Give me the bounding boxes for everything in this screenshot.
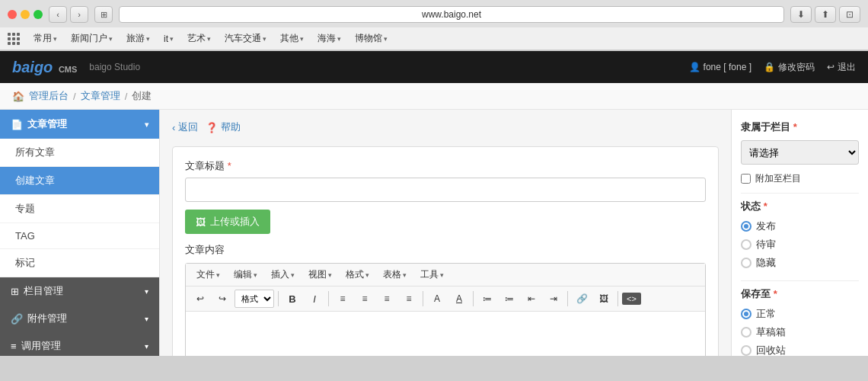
back-nav-button[interactable]: ‹ [49,6,67,23]
close-button[interactable] [8,10,17,19]
browser-toolbar: 常用 ▾ 新闻门户 ▾ 旅游 ▾ it ▾ 艺术 ▾ 汽车交通 ▾ 其他 ▾ 海… [0,27,868,50]
sidebar-article-management-header[interactable]: 📄 文章管理 ▾ [0,110,159,139]
editor-menu-table[interactable]: 表格 ▾ [377,267,413,283]
format-select[interactable]: 格式 [235,290,274,308]
nav-item-3[interactable]: it ▾ [158,32,180,46]
status-radio-group: 发布 待审 隐藏 [741,219,859,270]
image-insert-button[interactable]: 🖼 [594,290,614,308]
align-left-button[interactable]: ≡ [333,290,353,308]
italic-button[interactable]: I [305,290,324,308]
save-normal-row[interactable]: 正常 [741,307,859,321]
change-password-button[interactable]: 🔒 修改密码 [764,61,815,74]
download-button[interactable]: ⬇ [790,6,812,23]
sidebar-column-management[interactable]: ⊞ 栏目管理 ▾ [0,277,159,305]
chevron-down-icon-2: ▾ [145,287,148,296]
separator4 [473,291,474,306]
sidebar-item-notes[interactable]: 标记 [0,249,159,277]
sidebar-item-topics[interactable]: 专题 [0,195,159,223]
upload-insert-button[interactable]: 🖼 上传或插入 [185,210,270,234]
maximize-button[interactable] [34,10,43,19]
editor-container: 文件 ▾ 编辑 ▾ 插入 ▾ 视图 ▾ 格式 ▾ 表格 ▾ 工具 ▾ ↩ ↪ 格… [185,263,706,356]
outdent-button[interactable]: ⇤ [522,290,541,308]
nav-item-0[interactable]: 常用 ▾ [27,30,63,46]
user-info: 👤 fone [ fone ] [689,62,752,72]
align-justify-button[interactable]: ≡ [399,290,419,308]
forward-nav-button[interactable]: › [70,6,88,23]
divider1 [741,193,859,194]
undo-button[interactable]: ↩ [190,290,210,308]
editor-menu-format[interactable]: 格式 ▾ [340,267,375,283]
sidebar-item-create-article[interactable]: 创建文章 [0,167,159,195]
status-publish-row[interactable]: 发布 [741,219,859,233]
save-draft-row[interactable]: 草稿箱 [741,325,859,339]
status-hidden-radio[interactable] [741,258,752,268]
bold-button[interactable]: B [282,290,302,308]
article-mgmt-icon: 📄 [11,119,23,130]
new-tab-button[interactable]: ⊡ [839,6,860,23]
logo-area: baigo CMS baigo Studio [12,59,140,76]
editor-menu-tools[interactable]: 工具 ▾ [414,267,450,283]
article-title-label: 文章标题 * [185,159,706,173]
save-trash-radio[interactable] [741,345,752,356]
category-select[interactable]: 请选择 [741,140,859,165]
address-bar[interactable]: www.baigo.net [119,6,784,23]
attach-category-checkbox[interactable] [741,174,751,184]
highlight-button[interactable]: A [449,290,469,308]
sidebar-item-tags[interactable]: TAG [0,223,159,249]
link-button[interactable]: 🔗 [572,290,592,308]
save-normal-radio[interactable] [741,309,752,319]
breadcrumb-home[interactable]: 管理后台 [29,89,69,103]
paperclip-icon: 🔗 [11,313,23,325]
status-hidden-row[interactable]: 隐藏 [741,256,859,270]
chevron-down-icon-4: ▾ [145,342,148,351]
nav-item-4[interactable]: 艺术 ▾ [181,30,217,46]
nav-item-7[interactable]: 海海 ▾ [311,30,347,46]
grid-icon: ⊞ [11,286,19,297]
status-pending-row[interactable]: 待审 [741,238,859,251]
separator5 [567,291,568,306]
share-button[interactable]: ⬆ [815,6,836,23]
back-button[interactable]: ‹ 返回 [172,120,198,134]
align-right-button[interactable]: ≡ [377,290,397,308]
breadcrumb-item1[interactable]: 文章管理 [81,89,120,103]
nav-item-5[interactable]: 汽车交通 ▾ [219,30,273,46]
ordered-list-button[interactable]: ≔ [499,290,519,308]
article-content-label: 文章内容 [185,243,706,257]
editor-menu-file[interactable]: 文件 ▾ [190,267,226,283]
chevron-left-icon: ‹ [172,122,175,133]
editor-menu-insert[interactable]: 插入 ▾ [265,267,301,283]
article-title-input[interactable] [185,178,706,202]
source-code-button[interactable]: <> [622,293,641,305]
indent-button[interactable]: ⇥ [544,290,563,308]
align-center-button[interactable]: ≡ [355,290,375,308]
unordered-list-button[interactable]: ≔ [477,290,497,308]
status-publish-radio[interactable] [741,221,752,232]
status-label: 状态 * [741,200,859,213]
separator3 [423,291,423,306]
editor-menu-edit[interactable]: 编辑 ▾ [228,267,263,283]
sidebar-attachment-management[interactable]: 🔗 附件管理 ▾ [0,305,159,332]
save-to-label: 保存至 * [741,287,859,301]
list-icon: ≡ [11,341,17,352]
nav-item-6[interactable]: 其他 ▾ [274,30,310,46]
nav-item-2[interactable]: 旅游 ▾ [120,30,156,46]
nav-item-8[interactable]: 博物馆 ▾ [349,30,394,46]
user-icon: 👤 [689,62,700,72]
sidebar-call-management[interactable]: ≡ 调用管理 ▾ [0,332,159,356]
logout-icon: ↩ [827,62,834,72]
editor-menu-view[interactable]: 视图 ▾ [302,267,338,283]
font-color-button[interactable]: A [427,290,447,308]
help-button[interactable]: ❓ 帮助 [206,120,241,134]
apps-icon[interactable] [8,33,20,45]
minimize-button[interactable] [21,10,30,19]
save-trash-row[interactable]: 回收站 [741,344,859,356]
logout-button[interactable]: ↩ 退出 [827,61,856,74]
divider2 [741,280,859,281]
window-control-button[interactable]: ⊞ [94,6,113,23]
nav-item-1[interactable]: 新闻门户 ▾ [65,30,119,46]
redo-button[interactable]: ↪ [212,290,232,308]
status-pending-radio[interactable] [741,239,752,250]
save-draft-radio[interactable] [741,327,752,338]
sidebar-item-all-articles[interactable]: 所有文章 [0,139,159,167]
editor-body[interactable] [186,312,705,356]
